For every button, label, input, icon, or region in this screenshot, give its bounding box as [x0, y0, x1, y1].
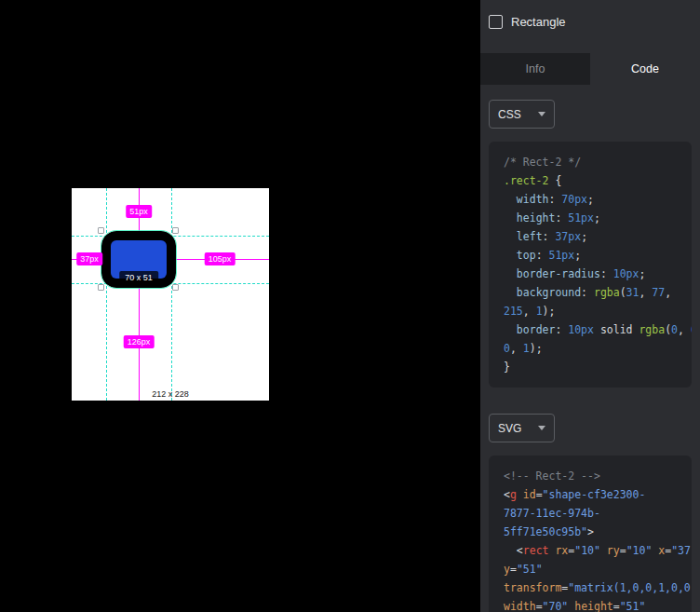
selection-handle-bottom-right[interactable]	[172, 284, 179, 291]
inspect-panel: Rectangle Info Code CSS /* Rect-2 */.rec…	[480, 0, 700, 612]
selected-element-header: Rectangle	[480, 0, 700, 53]
element-name: Rectangle	[511, 15, 566, 29]
tab-info[interactable]: Info	[480, 53, 590, 85]
css-language-select[interactable]: CSS	[489, 100, 555, 129]
panel-tabs: Info Code	[480, 53, 700, 85]
svg-select-value: SVG	[498, 422, 521, 435]
selection-handle-bottom-left[interactable]	[98, 284, 104, 291]
artboard[interactable]: 51px 37px 105px 126px 70 x 51 212 x 228	[72, 188, 269, 401]
svg-language-select[interactable]: SVG	[489, 414, 555, 442]
element-checkbox[interactable]	[489, 15, 503, 29]
tab-code[interactable]: Code	[590, 53, 700, 85]
chevron-down-icon	[538, 112, 545, 116]
workspace-canvas[interactable]: 51px 37px 105px 126px 70 x 51 212 x 228	[0, 0, 480, 612]
css-code-block[interactable]: /* Rect-2 */.rect-2 { width: 70px; heigh…	[489, 142, 692, 388]
code-tab-content: CSS /* Rect-2 */.rect-2 { width: 70px; h…	[480, 85, 700, 612]
selection-handle-top-right[interactable]	[172, 227, 179, 234]
chevron-down-icon	[538, 426, 545, 430]
measure-label-right: 105px	[205, 252, 236, 265]
guide-shape-left	[106, 188, 107, 401]
measure-label-left: 37px	[76, 252, 102, 265]
artboard-size-label: 212 x 228	[152, 389, 189, 399]
shape-size-label: 70 x 51	[119, 271, 158, 284]
guide-shape-right	[171, 188, 172, 401]
measure-label-top: 51px	[126, 205, 152, 218]
selection-handle-top-left[interactable]	[98, 227, 104, 234]
measure-label-bottom: 126px	[124, 335, 155, 348]
css-select-value: CSS	[498, 108, 521, 121]
svg-code-block[interactable]: <!-- Rect-2 --><g id="shape-cf3e2300-787…	[489, 456, 692, 612]
